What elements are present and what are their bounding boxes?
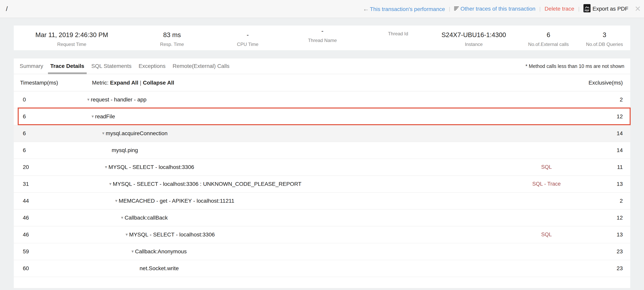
close-icon[interactable]: ✕ xyxy=(634,4,641,13)
stat-label: CPU Time xyxy=(206,42,289,47)
expand-all-button[interactable]: Expand All xyxy=(110,80,138,86)
row-exclusive-value: 2 xyxy=(620,97,623,103)
row-exclusive-value: 14 xyxy=(617,130,623,137)
top-actions: ←This transaction's performance | Other … xyxy=(363,4,641,14)
row-exclusive-value: 14 xyxy=(617,147,623,153)
table-row[interactable]: 46 ▼Callback:callBack 12 xyxy=(14,210,630,226)
summary-stat: 3No.of.DB Queries xyxy=(563,31,644,47)
tab-exceptions[interactable]: Exceptions xyxy=(138,58,166,74)
row-metric[interactable]: net.Socket.write xyxy=(140,265,179,272)
separator: | xyxy=(448,6,451,12)
metric-column-header: Metric: Expand All|Collapse All xyxy=(92,80,174,86)
back-arrow-icon: ← xyxy=(363,5,369,12)
row-metric[interactable]: ▼MYSQL - SELECT - localhost:3306 xyxy=(125,232,215,238)
summary-stat: S24X7-UBU16-1:4300Instance xyxy=(432,31,515,47)
tab-sql-statements[interactable]: SQL Statements xyxy=(92,58,132,74)
table-row[interactable]: 59 ▼Callback:Anonymous 23 xyxy=(14,243,630,260)
row-timestamp: 6 xyxy=(23,113,26,120)
exclusive-column-header: Exclusive(ms) xyxy=(588,80,623,86)
row-exclusive-value: 12 xyxy=(617,113,623,120)
collapse-caret-icon[interactable]: ▼ xyxy=(125,233,128,237)
table-row[interactable]: 6 ▼readFile 12 xyxy=(14,108,630,125)
row-timestamp: 6 xyxy=(23,147,26,153)
table-row[interactable]: 20 ▼MYSQL - SELECT - localhost:3306 SQL … xyxy=(14,159,630,176)
stat-label: Request Time xyxy=(30,42,113,47)
row-exclusive-value: 11 xyxy=(617,164,623,170)
collapse-caret-icon[interactable]: ▼ xyxy=(131,249,134,254)
tabs: SummaryTrace DetailsSQL StatementsExcept… xyxy=(20,58,230,74)
table-row[interactable]: 31 ▼MYSQL - SELECT - localhost:3306 : UN… xyxy=(14,176,630,193)
method-calls-note: * Method calls less than 10 ms are not s… xyxy=(526,63,624,69)
row-timestamp: 59 xyxy=(23,248,29,255)
tab-summary[interactable]: Summary xyxy=(20,58,43,74)
collapse-caret-icon[interactable]: ▼ xyxy=(120,216,124,220)
row-metric[interactable]: ▼MYSQL - SELECT - localhost:3306 : UNKNO… xyxy=(108,181,301,187)
trace-list-icon xyxy=(454,6,459,12)
row-exclusive-value: 13 xyxy=(617,232,623,238)
timestamp-column-header: Timestamp(ms) xyxy=(20,80,58,86)
row-timestamp: 0 xyxy=(23,97,26,103)
top-bar: / ←This transaction's performance | Othe… xyxy=(0,0,644,18)
separator: | xyxy=(578,6,580,12)
collapse-caret-icon[interactable]: ▼ xyxy=(86,98,90,102)
pdf-icon: PDF xyxy=(584,4,590,14)
row-metric[interactable]: ▼Callback:Anonymous xyxy=(131,248,187,255)
table-row[interactable]: 0 ▼request - handler - app 2 xyxy=(14,91,630,108)
summary-stat: 83 msResp. Time xyxy=(131,31,213,47)
table-row[interactable]: 46 ▼MYSQL - SELECT - localhost:3306 SQL … xyxy=(14,226,630,243)
row-timestamp: 6 xyxy=(23,130,26,137)
stat-value: - xyxy=(206,31,289,39)
transaction-path: / xyxy=(6,5,8,12)
table-row[interactable]: 44 ▼MEMCACHED - get - APIKEY - localhost… xyxy=(14,193,630,210)
sql-link[interactable]: SQL xyxy=(497,164,596,170)
row-exclusive-value: 2 xyxy=(620,198,623,204)
table-header: Timestamp(ms) Metric: Expand All|Collaps… xyxy=(14,74,630,91)
summary-stat: Mar 11, 2019 2:46:30 PMRequest Time xyxy=(30,31,113,47)
separator: | xyxy=(539,6,541,12)
row-timestamp: 46 xyxy=(23,232,29,238)
table-row[interactable]: 6 ▼mysql.acquireConnection 14 xyxy=(14,125,630,142)
stat-value: - xyxy=(281,27,364,35)
transaction-performance-link[interactable]: ←This transaction's performance xyxy=(363,5,445,12)
table-row[interactable]: 60 net.Socket.write 23 xyxy=(14,260,630,277)
stat-label: Resp. Time xyxy=(131,42,213,47)
row-metric[interactable]: ▼Callback:callBack xyxy=(120,215,168,221)
tab-trace-details[interactable]: Trace Details xyxy=(50,58,84,74)
stat-label: Thread Id xyxy=(357,31,439,36)
collapse-caret-icon[interactable]: ▼ xyxy=(91,114,94,119)
delete-trace-button[interactable]: Delete trace xyxy=(544,6,574,12)
trace-summary-card: Mar 11, 2019 2:46:30 PMRequest Time83 ms… xyxy=(14,25,630,50)
collapse-caret-icon[interactable]: ▼ xyxy=(104,165,108,169)
sql-link[interactable]: SQL - Trace xyxy=(497,181,596,187)
stat-value: 3 xyxy=(563,31,644,39)
svg-text:PDF: PDF xyxy=(585,9,589,12)
stat-label: Thread Name xyxy=(281,38,364,43)
row-metric[interactable]: ▼request - handler - app xyxy=(86,97,146,103)
row-metric[interactable]: ▼MYSQL - SELECT - localhost:3306 xyxy=(104,164,194,170)
stat-value: 83 ms xyxy=(131,31,213,39)
collapse-caret-icon[interactable]: ▼ xyxy=(108,182,112,186)
collapse-caret-icon[interactable]: ▼ xyxy=(102,131,105,135)
row-timestamp: 60 xyxy=(23,265,29,272)
collapse-caret-icon[interactable]: ▼ xyxy=(114,199,118,203)
row-metric[interactable]: mysql.ping xyxy=(112,147,138,153)
tabs-row: SummaryTrace DetailsSQL StatementsExcept… xyxy=(14,58,630,74)
other-traces-link[interactable]: Other traces of this transaction xyxy=(454,6,535,12)
summary-stat: -CPU Time xyxy=(206,31,289,47)
row-timestamp: 46 xyxy=(23,215,29,221)
row-exclusive-value: 12 xyxy=(617,215,623,221)
row-exclusive-value: 23 xyxy=(617,248,623,255)
row-timestamp: 20 xyxy=(23,164,29,170)
stat-label: Instance xyxy=(432,42,515,47)
tab-remote-external-calls[interactable]: Remote(External) Calls xyxy=(172,58,230,74)
table-row[interactable]: 6 mysql.ping 14 xyxy=(14,142,630,159)
row-exclusive-value: 13 xyxy=(617,181,623,187)
collapse-all-button[interactable]: Collapse All xyxy=(143,80,174,86)
row-metric[interactable]: ▼readFile xyxy=(91,113,115,120)
stat-label: No.of.DB Queries xyxy=(563,42,644,47)
sql-link[interactable]: SQL xyxy=(497,232,596,238)
row-metric[interactable]: ▼mysql.acquireConnection xyxy=(102,130,168,137)
export-pdf-button[interactable]: PDF Export as PDF xyxy=(584,4,628,14)
stat-value: Mar 11, 2019 2:46:30 PM xyxy=(30,31,113,39)
row-metric[interactable]: ▼MEMCACHED - get - APIKEY - localhost:11… xyxy=(114,198,234,204)
